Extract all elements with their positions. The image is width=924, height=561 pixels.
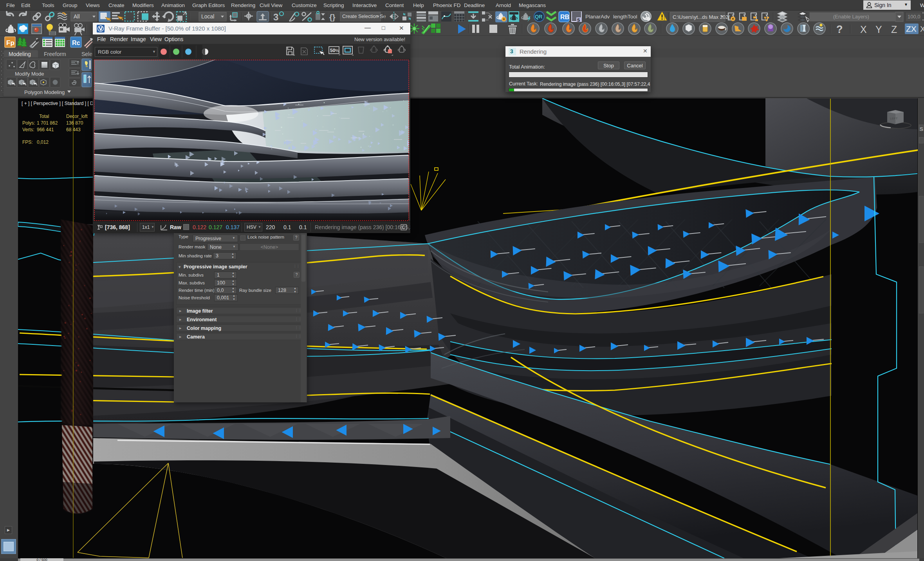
svg-text:Local: Local <box>201 13 214 20</box>
svg-text:X: X <box>920 25 924 33</box>
svg-text:RB: RB <box>560 14 569 20</box>
svg-text:All: All <box>74 13 80 20</box>
svg-text:(Enable Layers): (Enable Layers) <box>833 14 869 20</box>
svg-text:ZX: ZX <box>906 24 917 33</box>
svg-text:Freeform: Freeform <box>44 51 66 57</box>
svg-text:X: X <box>860 24 867 35</box>
svg-text:Fp: Fp <box>6 39 14 47</box>
svg-text:?: ? <box>836 24 843 35</box>
svg-text:Z: Z <box>891 24 897 35</box>
svg-text:{}: {} <box>329 13 336 22</box>
svg-text:Create Selection Se: Create Selection Se <box>342 14 386 19</box>
svg-text:100,0: 100,0 <box>908 14 920 20</box>
svg-text:Modeling: Modeling <box>9 51 31 57</box>
svg-text:Sele: Sele <box>81 51 92 57</box>
svg-text:50: 50 <box>330 48 336 53</box>
svg-text:QR: QR <box>535 14 543 20</box>
svg-text:PlanarAdv: PlanarAdv <box>585 14 610 20</box>
svg-text:S: S <box>577 18 580 22</box>
svg-text:Polygon Modeling: Polygon Modeling <box>24 89 65 95</box>
svg-text:Rc: Rc <box>72 40 80 46</box>
svg-text:Y: Y <box>875 24 882 35</box>
svg-text:%: % <box>335 48 339 53</box>
svg-text:LEFT: LEFT <box>890 117 898 120</box>
svg-text:Modify Mode: Modify Mode <box>15 71 44 77</box>
svg-text:lengthTool: lengthTool <box>613 14 637 20</box>
svg-text:3: 3 <box>273 12 278 22</box>
